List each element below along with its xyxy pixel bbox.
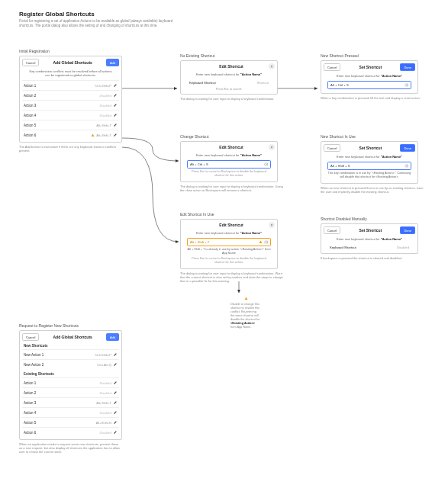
dialog-title: Set Shortcut xyxy=(340,228,400,233)
edit-icon[interactable] xyxy=(113,113,118,117)
close-icon[interactable]: × xyxy=(269,63,275,69)
edit-icon[interactable] xyxy=(113,352,118,357)
done-button[interactable]: Done xyxy=(400,226,415,234)
action-value: Disabled xyxy=(99,104,111,108)
edit-icon[interactable] xyxy=(113,123,118,127)
edit-icon[interactable] xyxy=(113,362,118,367)
action-value: Alt+Shift+N xyxy=(96,421,111,425)
action-label: Action 2 xyxy=(24,391,36,395)
action-label: Action 4 xyxy=(24,114,36,117)
edit-icon[interactable] xyxy=(113,93,118,98)
section-label-newpressed: New Shortcut Pressed xyxy=(321,53,421,58)
edit-icon[interactable] xyxy=(113,390,118,395)
action-row: Action 2Disabled xyxy=(22,90,119,100)
shortcut-input[interactable]: Alt + Ctrl + S xyxy=(327,81,411,89)
clear-icon[interactable] xyxy=(264,162,268,166)
hint: Press Esc to cancel or Backspace to disa… xyxy=(187,170,271,178)
dialog-desc: Enter new keyboard shortcut for "Action … xyxy=(183,72,275,76)
note-initial: The Add button is insensitive if there a… xyxy=(19,145,122,152)
warning-icon xyxy=(259,240,263,244)
clear-icon[interactable] xyxy=(404,83,408,87)
note-disabled: If backspace is pressed the shortcut is … xyxy=(321,256,418,260)
action-value: Disabled xyxy=(99,381,111,385)
action-row: Action 1Disabled xyxy=(22,377,119,387)
cancel-button[interactable]: Cancel xyxy=(22,333,39,341)
kb-shortcut-row: Keyboard ShortcutShortcut xyxy=(183,79,275,86)
action-label: Action 1 xyxy=(24,381,36,385)
note-editinuse: The dialog is waiting for user input to … xyxy=(180,271,283,284)
section-label-reqnew: Request to Register New Shortcuts xyxy=(19,323,122,328)
dialog-title: Add Global Shortcuts xyxy=(39,335,105,339)
section-label-disabled: Shortcut Disabled Manually xyxy=(321,217,418,221)
tooltip: Disable or change this shortcut to resol… xyxy=(230,303,261,329)
add-button[interactable]: Add xyxy=(106,333,119,341)
note-noexisting: The dialog is waiting for user input to … xyxy=(180,97,278,101)
warn-text: This key combination is in use by "<Exis… xyxy=(327,172,411,179)
edit-icon[interactable] xyxy=(113,430,118,435)
action-label: Action 3 xyxy=(24,104,36,108)
cancel-button[interactable]: Cancel xyxy=(324,226,340,234)
dialog-set-shortcut: Cancel Set Shortcut Done Enter new keybo… xyxy=(321,60,418,94)
action-value: Alt+Shift+T xyxy=(96,133,111,137)
dialog-add-global: Cancel Add Global Shortcuts Add Key comb… xyxy=(19,56,122,143)
dialog-set-shortcut: Cancel Set Shortcut Done Enter new keybo… xyxy=(321,141,418,184)
edit-icon[interactable] xyxy=(113,420,118,425)
action-value: Ctrl+Alt+Q xyxy=(97,363,111,367)
edit-icon[interactable] xyxy=(113,83,118,88)
action-label: Action 1 xyxy=(24,84,36,88)
clear-icon[interactable] xyxy=(264,240,268,244)
action-row: Action 2Disabled xyxy=(22,387,119,397)
section-label-inuse: New Shortcut In Use xyxy=(321,134,424,139)
note-change: The dialog is waiting for user input to … xyxy=(180,185,283,192)
dialog-desc: Enter new keyboard shortcut for "Action … xyxy=(324,237,415,241)
shortcut-input[interactable]: Alt + Shift + T xyxy=(187,238,271,246)
group-existing: Existing Shortcuts xyxy=(24,372,118,376)
section-label-noexisting: No Existing Shortcut xyxy=(180,53,278,58)
action-value: Ctrl+Shift+P xyxy=(95,84,111,88)
cancel-button[interactable]: Cancel xyxy=(324,144,340,152)
warning-icon xyxy=(244,297,248,300)
close-icon[interactable]: × xyxy=(269,222,275,228)
action-label: New Action 2 xyxy=(24,363,44,367)
action-value: Ctrl+Shift+P xyxy=(95,353,111,357)
hint: Press Esc to cancel or Backspace to disa… xyxy=(187,257,271,265)
dialog-title: Set Shortcut xyxy=(340,146,400,150)
edit-icon[interactable] xyxy=(113,103,118,108)
cancel-button[interactable]: Cancel xyxy=(22,59,39,66)
dialog-title: Set Shortcut xyxy=(340,65,400,69)
edit-icon[interactable] xyxy=(113,380,118,385)
action-value: Disabled xyxy=(99,431,111,435)
dialog-desc: Enter new keyboard shortcut for "Action … xyxy=(324,74,415,78)
section-label-change: Change Shortcut xyxy=(180,134,283,139)
hint: Press Esc to cancel. xyxy=(187,88,271,91)
kb-shortcut-row: Keyboard ShortcutDisabled xyxy=(324,244,415,251)
edit-icon[interactable] xyxy=(113,410,118,415)
action-label: Action 2 xyxy=(24,94,36,98)
action-row: Action 4Disabled xyxy=(22,407,119,417)
action-value: Disabled xyxy=(99,94,111,98)
done-button[interactable]: Done xyxy=(400,144,415,152)
dialog-title: Edit Shortcut xyxy=(194,223,269,227)
dialog-edit-shortcut: Edit Shortcut × Enter new keyboard short… xyxy=(180,219,278,269)
action-row: Action 4Disabled xyxy=(22,110,119,120)
action-row: Action 6Alt+Shift+T xyxy=(22,130,119,140)
dialog-add-global: Cancel Add Global Shortcuts Add New Shor… xyxy=(19,330,122,440)
dialog-title: Edit Shortcut xyxy=(194,64,269,69)
close-icon[interactable]: × xyxy=(269,144,275,150)
action-value: Alt+Shift+T xyxy=(96,401,111,405)
dialog-edit-shortcut: Edit Shortcut × Enter new keyboard short… xyxy=(180,60,278,95)
add-button[interactable]: Add xyxy=(106,59,119,66)
done-button[interactable]: Done xyxy=(400,63,415,71)
shortcut-input[interactable]: Alt + Shift + S xyxy=(327,162,411,170)
action-value: Disabled xyxy=(99,411,111,415)
cancel-button[interactable]: Cancel xyxy=(324,63,340,71)
page-title: Register Global Shortcuts xyxy=(0,0,448,18)
dialog-desc: Key combination conflicts must be resolv… xyxy=(22,69,119,77)
shortcut-input[interactable]: Alt + Ctrl + S xyxy=(187,160,271,169)
edit-icon[interactable] xyxy=(113,400,118,405)
dialog-set-shortcut: Cancel Set Shortcut Done Enter new keybo… xyxy=(321,223,418,254)
edit-icon[interactable] xyxy=(113,133,118,137)
dialog-desc: Enter new keyboard shortcut for "Action … xyxy=(183,153,275,157)
clear-icon[interactable] xyxy=(404,164,408,168)
action-label: Action 5 xyxy=(24,421,36,425)
